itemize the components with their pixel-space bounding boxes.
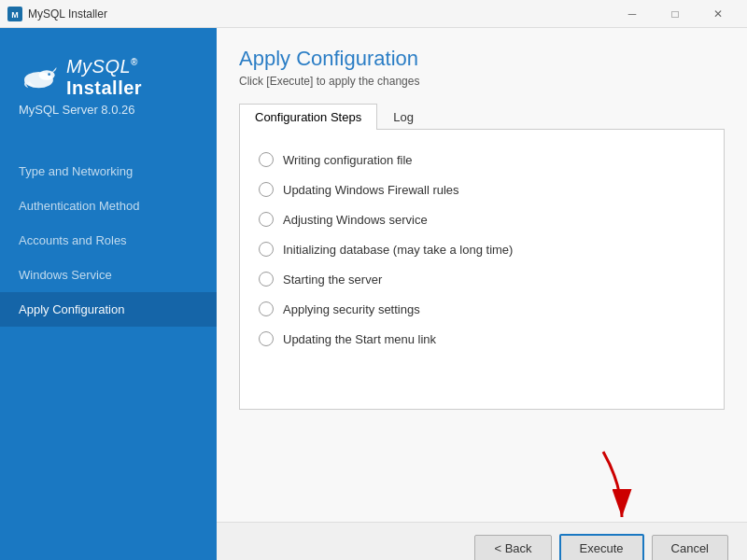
- tabs-container: Configuration Steps Log: [239, 103, 725, 130]
- step-label-5: Starting the server: [283, 273, 382, 287]
- step-label-7: Updating the Start menu link: [283, 332, 436, 346]
- sidebar-header: MySQL® Installer MySQL Server 8.0.26: [0, 47, 217, 135]
- sidebar: MySQL® Installer MySQL Server 8.0.26 Typ…: [0, 28, 217, 560]
- arrow-area: [239, 410, 725, 503]
- window-title: MySQL Installer: [28, 7, 611, 21]
- execute-arrow-annotation: [571, 447, 636, 522]
- sidebar-item-accounts-roles[interactable]: Accounts and Roles: [0, 223, 217, 258]
- page-title: Apply Configuration: [239, 47, 725, 71]
- step-radio-4: [259, 242, 274, 257]
- minimize-button[interactable]: ─: [611, 0, 654, 28]
- tab-configuration-steps[interactable]: Configuration Steps: [239, 104, 377, 130]
- sidebar-item-auth-method[interactable]: Authentication Method: [0, 189, 217, 223]
- step-item-5: Starting the server: [259, 264, 705, 294]
- step-item-2: Updating Windows Firewall rules: [259, 175, 705, 204]
- svg-point-3: [38, 70, 54, 79]
- window-controls: ─ □ ✕: [611, 0, 740, 28]
- app-icon: M: [7, 7, 22, 21]
- main-content: Apply Configuration Click [Execute] to a…: [217, 28, 747, 560]
- sidebar-item-type-networking[interactable]: Type and Networking: [0, 154, 217, 189]
- step-radio-3: [259, 212, 274, 227]
- step-radio-7: [259, 331, 274, 346]
- app-body: MySQL® Installer MySQL Server 8.0.26 Typ…: [0, 28, 747, 560]
- back-button[interactable]: < Back: [474, 535, 551, 561]
- execute-button[interactable]: Execute: [559, 534, 644, 561]
- sidebar-nav: Type and Networking Authentication Metho…: [0, 154, 217, 560]
- content-area: Apply Configuration Click [Execute] to a…: [217, 28, 747, 522]
- step-item-6: Applying security settings: [259, 294, 705, 324]
- cancel-button[interactable]: Cancel: [652, 535, 728, 561]
- page-subtitle: Click [Execute] to apply the changes: [239, 75, 725, 88]
- svg-text:M: M: [11, 10, 19, 20]
- maximize-button[interactable]: □: [654, 0, 697, 28]
- step-item-1: Writing configuration file: [259, 145, 705, 175]
- sidebar-item-windows-service[interactable]: Windows Service: [0, 258, 217, 292]
- sidebar-server-version: MySQL Server 8.0.26: [19, 103, 198, 117]
- steps-panel: Writing configuration file Updating Wind…: [239, 130, 725, 410]
- step-item-4: Initializing database (may take a long t…: [259, 234, 705, 264]
- step-radio-2: [259, 182, 274, 197]
- tab-log[interactable]: Log: [377, 104, 430, 130]
- sidebar-app-brand: MySQL® Installer: [66, 56, 198, 99]
- step-item-7: Updating the Start menu link: [259, 324, 705, 354]
- sidebar-app-name: MySQL® Installer: [66, 56, 198, 99]
- step-label-4: Initializing database (may take a long t…: [283, 243, 513, 257]
- step-label-2: Updating Windows Firewall rules: [283, 183, 459, 197]
- svg-point-4: [48, 73, 50, 76]
- bottom-bar: < Back Execute Cancel: [217, 522, 747, 560]
- mysql-dolphin-icon: [19, 62, 59, 94]
- titlebar: M MySQL Installer ─ □ ✕: [0, 0, 747, 28]
- step-label-6: Applying security settings: [283, 302, 420, 316]
- sidebar-item-apply-config[interactable]: Apply Configuration: [0, 292, 217, 327]
- close-button[interactable]: ✕: [697, 0, 740, 28]
- step-radio-5: [259, 272, 274, 287]
- step-radio-1: [259, 152, 274, 167]
- step-item-3: Adjusting Windows service: [259, 204, 705, 234]
- sidebar-logo: MySQL® Installer: [19, 56, 198, 99]
- content-wrapper: Apply Configuration Click [Execute] to a…: [217, 28, 747, 560]
- step-label-3: Adjusting Windows service: [283, 213, 428, 227]
- step-label-1: Writing configuration file: [283, 153, 413, 167]
- step-radio-6: [259, 301, 274, 316]
